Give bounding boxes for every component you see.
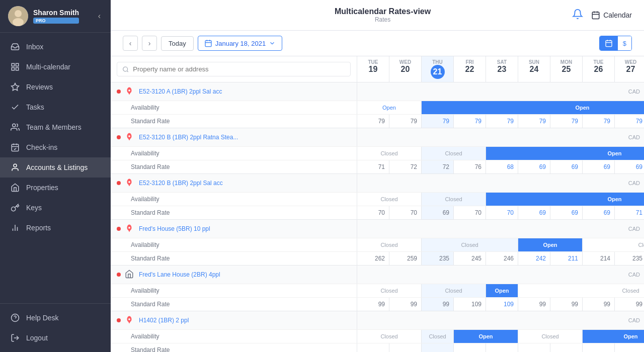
sidebar-item-logout[interactable]: Logout [0, 328, 111, 348]
svg-point-13 [14, 164, 17, 167]
rate-cell[interactable] [486, 343, 518, 352]
sidebar-item-label: Help Desk [26, 314, 59, 322]
rate-cell[interactable]: 79 [422, 115, 454, 128]
property-link[interactable]: E52-3120 A (1BR) 2ppl Sal acc [139, 88, 222, 95]
rate-cell[interactable] [518, 343, 550, 352]
calendar-area[interactable]: TUE19WED20THU21FRI22SAT23SUN24MON25TUE26… [111, 56, 644, 352]
rate-cell[interactable] [357, 343, 389, 352]
property-link[interactable]: Fred's House (5BR) 10 ppl [139, 225, 210, 232]
rate-cell[interactable]: 262 [357, 252, 389, 265]
rate-cell[interactable]: 69 [518, 160, 550, 173]
rate-cell[interactable]: 70 [357, 206, 389, 219]
sidebar-item-checkins[interactable]: Check-ins [0, 137, 111, 157]
rate-cell[interactable]: 70 [454, 206, 486, 219]
day-number: 19 [369, 65, 378, 74]
rate-cell[interactable]: 69 [550, 160, 583, 173]
day-col-21: THU21 [422, 56, 454, 82]
property-group: E52-3120 B (1BR) 2ppl Ratna Stea... CADA… [111, 128, 644, 174]
property-link[interactable]: Fred's Lane House (2BR) 4ppl [139, 271, 220, 278]
rate-cell[interactable]: 79 [486, 115, 518, 128]
rate-cell[interactable]: 99 [550, 298, 583, 311]
search-column-header [111, 56, 357, 82]
rate-cell[interactable] [583, 343, 615, 352]
rate-cell[interactable]: 72 [422, 160, 454, 173]
search-input[interactable] [133, 65, 345, 73]
search-box[interactable] [117, 62, 351, 76]
rate-cell[interactable]: 99 [357, 298, 389, 311]
rate-cell[interactable]: 99 [422, 298, 454, 311]
today-button[interactable]: Today [161, 36, 194, 51]
notification-button[interactable] [572, 9, 583, 22]
rate-cell[interactable]: 79 [518, 115, 550, 128]
rate-cell[interactable]: 79 [550, 115, 583, 128]
rate-cell[interactable]: 70 [486, 206, 518, 219]
rate-cell[interactable]: 69 [583, 160, 615, 173]
rate-cell[interactable]: 76 [454, 160, 486, 173]
sidebar-item-properties[interactable]: Properties [0, 178, 111, 198]
rate-cell[interactable]: 245 [454, 252, 486, 265]
date-picker[interactable]: January 18, 2021 [198, 36, 282, 51]
rate-cell[interactable]: 211 [550, 252, 583, 265]
rate-cell[interactable]: 79 [583, 115, 615, 128]
rate-cell[interactable]: 69 [550, 206, 583, 219]
rate-cell[interactable]: 72 [389, 160, 422, 173]
rate-cell[interactable] [389, 343, 422, 352]
rate-cell[interactable]: 79 [389, 115, 422, 128]
next-button[interactable]: › [142, 36, 157, 51]
day-number: 25 [562, 65, 571, 74]
prev-button[interactable]: ‹ [123, 36, 138, 51]
rate-cell[interactable]: 109 [486, 298, 518, 311]
rate-cell[interactable] [454, 343, 486, 352]
rate-cell[interactable] [550, 343, 583, 352]
main-title-block: Multicalendar Rates-view Rates [335, 7, 431, 23]
rate-cell[interactable]: 68 [486, 160, 518, 173]
rate-cell[interactable]: 71 [615, 206, 644, 219]
svg-point-32 [123, 67, 128, 71]
rate-cell[interactable]: 69 [583, 206, 615, 219]
calendar-view-button[interactable] [600, 36, 618, 50]
sidebar-item-inbox[interactable]: Inbox [0, 37, 111, 57]
property-dot [117, 181, 121, 185]
rate-cell[interactable]: 214 [583, 252, 615, 265]
property-link[interactable]: H1402 (1BR) 2 ppl [139, 317, 189, 324]
rate-label: Standard Rate [111, 298, 357, 311]
rate-cell[interactable]: 109 [454, 298, 486, 311]
user-profile[interactable]: Sharon Smith PRO [8, 6, 79, 26]
rate-cell[interactable]: 70 [389, 206, 422, 219]
calendar-button[interactable]: Calendar [591, 11, 632, 20]
rate-cell[interactable] [422, 343, 454, 352]
day-name: WED [625, 59, 636, 65]
rate-cell[interactable]: 235 [615, 252, 644, 265]
rate-cell[interactable]: 99 [583, 298, 615, 311]
rate-cell[interactable]: 242 [518, 252, 550, 265]
property-link[interactable]: E52-3120 B (1BR) 2ppl Ratna Stea... [139, 134, 238, 141]
rate-cell[interactable]: 246 [486, 252, 518, 265]
property-link[interactable]: E52-3120 B (1BR) 2ppl Sal acc [139, 180, 223, 187]
sidebar-item-reviews[interactable]: Reviews [0, 77, 111, 97]
rate-cell[interactable]: 79 [454, 115, 486, 128]
dollar-view-button[interactable]: $ [618, 36, 631, 50]
sidebar-item-keys[interactable]: Keys [0, 198, 111, 218]
day-number: 22 [465, 65, 474, 74]
rate-cell[interactable]: 79 [615, 115, 644, 128]
sidebar-item-multicalendar[interactable]: Multi-calendar [0, 57, 111, 77]
rate-cell[interactable]: 79 [357, 115, 389, 128]
sidebar-item-team[interactable]: Team & Members [0, 117, 111, 137]
rate-cell[interactable]: 69 [518, 206, 550, 219]
rate-cell[interactable]: 99 [615, 298, 644, 311]
property-name-row: E52-3120 B (1BR) 2ppl Ratna Stea... CAD [111, 128, 644, 146]
rate-cell[interactable]: 259 [389, 252, 422, 265]
sidebar-item-reports[interactable]: Reports [0, 218, 111, 238]
sidebar-item-tasks[interactable]: Tasks [0, 97, 111, 117]
rate-cell[interactable] [615, 343, 644, 352]
rate-cell[interactable]: 99 [518, 298, 550, 311]
rate-cell[interactable]: 69 [422, 206, 454, 219]
sidebar-item-accounts[interactable]: Accounts & Listings [0, 157, 111, 178]
rate-cell[interactable]: 69 [615, 160, 644, 173]
rate-cell[interactable]: 235 [422, 252, 454, 265]
sidebar-collapse-button[interactable]: ‹ [96, 10, 103, 23]
sidebar-item-helpdesk[interactable]: Help Desk [0, 308, 111, 328]
rate-cell[interactable]: 99 [389, 298, 422, 311]
availability-cells: ClosedClosedOpenClosedOpenClosed [357, 330, 644, 343]
rate-cell[interactable]: 71 [357, 160, 389, 173]
